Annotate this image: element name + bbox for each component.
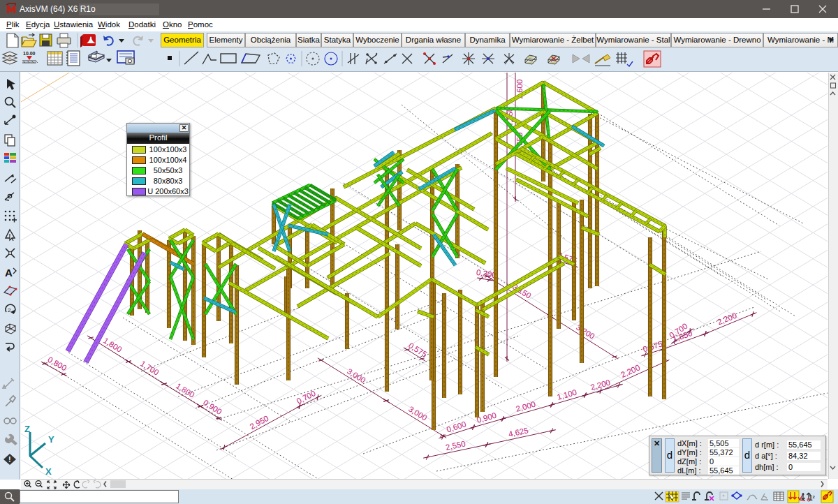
svg-text:Y: Y: [48, 434, 54, 445]
svg-text:Z: Z: [24, 426, 30, 434]
svg-text:X: X: [45, 466, 52, 477]
svg-text:1²: 1²: [809, 494, 816, 502]
